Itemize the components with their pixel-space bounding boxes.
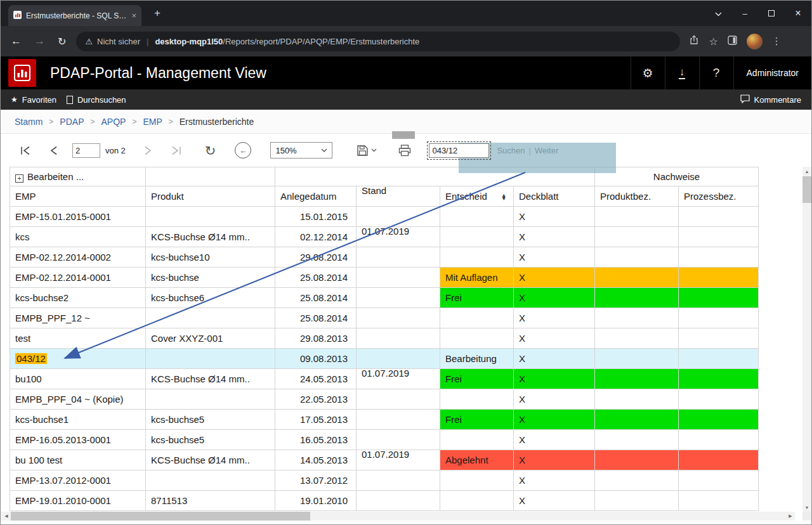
table-row: EMPB_PPF_04 ~ (Kopie)22.05.2013X [10, 389, 759, 410]
edit-toggle[interactable]: +Bearbeiten ... [10, 167, 146, 186]
cell-produktbez [595, 349, 679, 369]
report-area: +Bearbeiten ... Nachweise EMP Produkt An… [1, 167, 804, 512]
breadcrumb-item-stamm[interactable]: Stamm [15, 117, 43, 127]
url-bar[interactable]: ⚠ Nicht sicher | desktop-mqp1l50/Reports… [76, 32, 680, 51]
url-separator: | [147, 37, 148, 46]
cell-produkt [146, 389, 275, 410]
cell-produkt: KCS-Buchse Ø14 mm.. [146, 450, 275, 470]
print-button[interactable] [398, 145, 411, 157]
cell-deckblatt: X [514, 389, 595, 410]
cell-entscheid [440, 227, 514, 247]
browser-menu-icon[interactable]: ⋮ [772, 36, 782, 47]
favorites-menu-item[interactable]: ★ Favoriten [11, 95, 56, 105]
cell-prozessbez [679, 268, 759, 288]
first-page-button[interactable] [20, 146, 32, 155]
cell-emp: EMP-16.05.2013-0001 [10, 430, 146, 450]
table-row: EMP-02.12.2014-0001kcs-buchse25.08.2014M… [10, 268, 759, 288]
forward-icon[interactable]: → [34, 35, 45, 48]
cell-entscheid [440, 491, 514, 511]
browser-window: Erstmusterberichte - SQL Server × + – × … [0, 0, 812, 525]
url-path: /Reports/report/PDAP/APQP/EMP/Erstmuster… [223, 37, 419, 46]
back-icon[interactable]: ← [11, 35, 22, 48]
reload-icon[interactable]: ↻ [58, 36, 66, 48]
user-menu[interactable]: Administrator [733, 56, 811, 89]
sort-icon[interactable]: ▲▼ [501, 194, 506, 201]
report-toolbar: von 2 ↻ ← 150% Suchen | Weiter [1, 134, 811, 167]
export-button[interactable] [357, 145, 377, 157]
cell-produktbez [595, 288, 679, 308]
cell-deckblatt: X [514, 207, 595, 227]
page-title: PDAP-Portal - Management View [50, 65, 266, 82]
close-button[interactable]: × [792, 8, 804, 19]
breadcrumb-item-emp[interactable]: EMP [143, 117, 162, 127]
new-tab-button[interactable]: + [150, 7, 164, 20]
search-button[interactable]: Suchen [497, 146, 525, 155]
find-divider: | [529, 146, 531, 155]
prev-page-button[interactable] [49, 146, 58, 155]
page-total-label: von 2 [105, 146, 126, 155]
search-input[interactable] [429, 143, 489, 158]
browser-tab[interactable]: Erstmusterberichte - SQL Server × [8, 5, 141, 26]
scroll-up-icon[interactable]: ▲ [802, 167, 811, 176]
parent-report-button[interactable]: ← [235, 142, 251, 159]
maximize-button[interactable] [766, 9, 777, 18]
table-row: bu100KCS-Buchse Ø14 mm..24.05.201301.07.… [10, 369, 759, 389]
window-chevron-icon[interactable] [712, 9, 724, 18]
zoom-value: 150% [275, 146, 296, 155]
scroll-down-icon[interactable]: ▼ [802, 503, 811, 512]
cell-produktbez [595, 450, 679, 470]
horizontal-scroll-thumb[interactable] [11, 512, 310, 521]
minimize-button[interactable]: – [739, 9, 750, 18]
cell-prozessbez [679, 227, 759, 247]
next-page-button[interactable] [143, 146, 152, 155]
cell-produkt [146, 349, 275, 369]
cell-produkt: kcs-buchse6 [146, 288, 275, 308]
zoom-select[interactable]: 150% [270, 142, 332, 159]
cell-emp: EMP-13.07.2012-0001 [10, 470, 146, 491]
help-icon[interactable]: ? [699, 56, 733, 89]
cell-emp: kcs-buchse1 [10, 410, 146, 430]
horizontal-scrollbar[interactable]: ◀ ▶ [1, 512, 795, 521]
cell-emp: bu 100 test [10, 450, 146, 470]
settings-gear-icon[interactable]: ⚙ [631, 56, 665, 89]
vertical-scrollbar[interactable]: ▲ ▼ [802, 167, 811, 512]
breadcrumb-item-pdap[interactable]: PDAP [60, 117, 84, 127]
cell-entscheid: Frei [440, 288, 514, 308]
chevron-down-icon [371, 148, 377, 152]
edit-label: Bearbeiten ... [27, 171, 84, 182]
download-icon[interactable]: ↓ [665, 56, 699, 89]
comments-menu-item[interactable]: Kommentare [740, 94, 801, 105]
scroll-right-icon[interactable]: ▶ [786, 512, 795, 521]
table-row: bu 100 testKCS-Buchse Ø14 mm..14.05.2013… [10, 450, 759, 470]
vertical-scroll-thumb[interactable] [802, 176, 811, 203]
cell-produkt: kcs-buchse5 [146, 410, 275, 430]
cell-produkt [146, 207, 275, 227]
cell-prozessbez [679, 470, 759, 491]
last-page-button[interactable] [170, 146, 182, 155]
cell-anlegedatum: 29.08.2013 [275, 328, 357, 349]
cell-entscheid [440, 207, 514, 227]
app-logo[interactable] [8, 59, 36, 87]
refresh-report-button[interactable]: ↻ [205, 144, 216, 157]
cell-deckblatt: X [514, 369, 595, 389]
profile-avatar[interactable] [747, 34, 763, 49]
page-number-input[interactable] [72, 143, 100, 158]
cell-deckblatt: X [514, 227, 595, 247]
bookmark-star-icon[interactable]: ☆ [709, 36, 717, 48]
cell-anlegedatum: 22.05.2013 [275, 389, 357, 410]
cell-stand [357, 247, 440, 268]
cell-deckblatt: X [514, 470, 595, 491]
share-icon[interactable] [689, 35, 699, 48]
scroll-left-icon[interactable]: ◀ [2, 512, 11, 521]
browse-menu-item[interactable]: Durchsuchen [67, 95, 126, 105]
side-panel-icon[interactable] [728, 36, 737, 48]
breadcrumb-current: Erstmusterberichte [180, 117, 254, 127]
tab-close-icon[interactable]: × [131, 11, 136, 20]
cell-stand [357, 207, 440, 227]
column-header-emp: EMP [10, 186, 146, 207]
expand-plus-icon: + [15, 174, 23, 183]
security-label: Nicht sicher [97, 37, 140, 46]
find-next-button[interactable]: Weiter [535, 146, 558, 155]
cell-prozessbez [679, 328, 759, 349]
breadcrumb-item-apqp[interactable]: APQP [102, 117, 126, 127]
